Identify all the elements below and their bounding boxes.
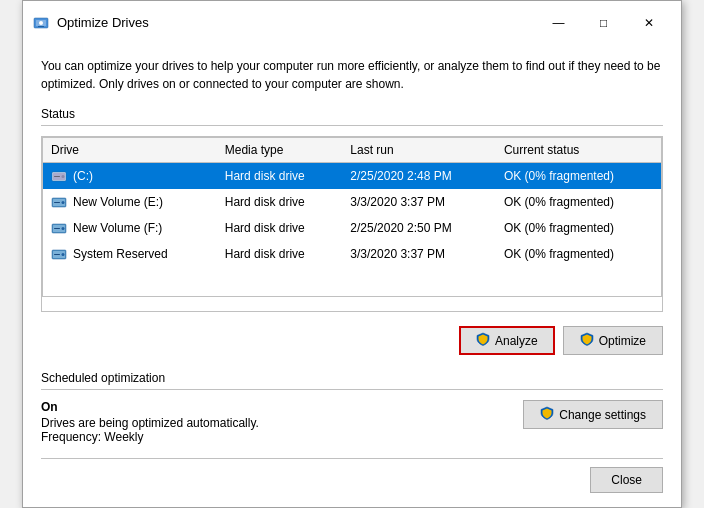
scheduled-frequency-text: Frequency: Weekly — [41, 430, 259, 444]
drives-table-wrapper: Drive Media type Last run Current status… — [41, 136, 663, 313]
media-type: Hard disk drive — [217, 241, 343, 267]
svg-point-18 — [62, 253, 65, 256]
main-content: You can optimize your drives to help you… — [23, 43, 681, 508]
col-current-status: Current status — [496, 137, 662, 162]
optimize-button[interactable]: Optimize — [563, 326, 663, 355]
svg-rect-7 — [54, 176, 60, 177]
last-run: 3/3/2020 3:37 PM — [342, 241, 496, 267]
title-bar: Optimize Drives — □ ✕ — [23, 1, 681, 43]
media-type: Hard disk drive — [217, 162, 343, 189]
scheduled-auto-text: Drives are being optimized automatically… — [41, 416, 259, 430]
scheduled-label: Scheduled optimization — [41, 371, 663, 385]
close-dialog-button[interactable]: Close — [590, 467, 663, 493]
col-media-type: Media type — [217, 137, 343, 162]
window-title: Optimize Drives — [57, 15, 536, 30]
drive-icon — [51, 168, 67, 184]
svg-rect-19 — [54, 254, 60, 255]
drive-name: New Volume (E:) — [73, 195, 163, 209]
current-status: OK (0% fragmented) — [496, 215, 662, 241]
drive-icon — [51, 194, 67, 210]
optimize-drives-window: Optimize Drives — □ ✕ You can optimize y… — [22, 0, 682, 508]
table-row[interactable]: System ReservedHard disk drive3/3/2020 3… — [43, 241, 662, 267]
scheduled-info: On Drives are being optimized automatica… — [41, 400, 259, 444]
settings-shield-icon — [540, 406, 554, 423]
minimize-button[interactable]: — — [536, 9, 581, 37]
current-status: OK (0% fragmented) — [496, 241, 662, 267]
svg-point-2 — [39, 21, 43, 25]
maximize-button[interactable]: □ — [581, 9, 626, 37]
last-run: 3/3/2020 3:37 PM — [342, 189, 496, 215]
analyze-label: Analyze — [495, 334, 538, 348]
col-last-run: Last run — [342, 137, 496, 162]
table-header: Drive Media type Last run Current status — [43, 137, 662, 162]
table-row[interactable]: New Volume (E:)Hard disk drive3/3/2020 3… — [43, 189, 662, 215]
drive-name: (C:) — [73, 169, 93, 183]
description-text: You can optimize your drives to help you… — [41, 57, 663, 93]
current-status: OK (0% fragmented) — [496, 162, 662, 189]
change-settings-button[interactable]: Change settings — [523, 400, 663, 429]
svg-rect-3 — [38, 26, 44, 27]
change-settings-label: Change settings — [559, 408, 646, 422]
drive-icon — [51, 246, 67, 262]
current-status: OK (0% fragmented) — [496, 189, 662, 215]
col-drive: Drive — [43, 137, 217, 162]
status-divider — [41, 125, 663, 126]
window-close-button[interactable]: ✕ — [626, 9, 671, 37]
scheduled-on-text: On — [41, 400, 259, 414]
drive-name: System Reserved — [73, 247, 168, 261]
media-type: Hard disk drive — [217, 215, 343, 241]
drives-table-body[interactable]: (C:)Hard disk drive2/25/2020 2:48 PMOK (… — [43, 162, 662, 297]
window-controls: — □ ✕ — [536, 9, 671, 37]
action-buttons-row: Analyze Optimize — [41, 326, 663, 355]
scheduled-divider — [41, 389, 663, 390]
optimize-label: Optimize — [599, 334, 646, 348]
drive-icon — [51, 220, 67, 236]
media-type: Hard disk drive — [217, 189, 343, 215]
empty-row — [43, 267, 662, 297]
svg-point-6 — [62, 175, 65, 178]
analyze-button[interactable]: Analyze — [459, 326, 555, 355]
svg-rect-15 — [54, 228, 60, 229]
drive-name: New Volume (F:) — [73, 221, 162, 235]
footer-row: Close — [41, 458, 663, 493]
status-section-label: Status — [41, 107, 663, 121]
last-run: 2/25/2020 2:48 PM — [342, 162, 496, 189]
svg-point-10 — [62, 201, 65, 204]
optimize-drives-icon — [33, 15, 49, 31]
table-row[interactable]: (C:)Hard disk drive2/25/2020 2:48 PMOK (… — [43, 162, 662, 189]
drives-table: Drive Media type Last run Current status… — [42, 137, 662, 298]
table-row[interactable]: New Volume (F:)Hard disk drive2/25/2020 … — [43, 215, 662, 241]
last-run: 2/25/2020 2:50 PM — [342, 215, 496, 241]
analyze-shield-icon — [476, 332, 490, 349]
optimize-shield-icon — [580, 332, 594, 349]
svg-rect-11 — [54, 202, 60, 203]
scheduled-row: On Drives are being optimized automatica… — [41, 400, 663, 444]
svg-point-14 — [62, 227, 65, 230]
scheduled-section: Scheduled optimization On Drives are bei… — [41, 371, 663, 444]
